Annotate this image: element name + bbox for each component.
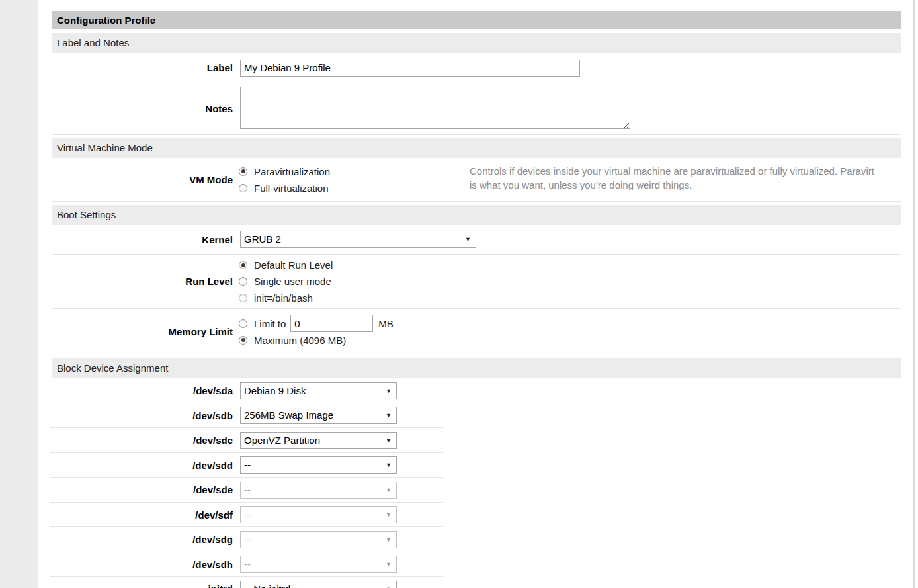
- sdg-select: -- ▼: [240, 531, 397, 548]
- block-device-row-sdc: /dev/sdc OpenVZ Partition ▼: [52, 428, 901, 453]
- section-header-label-and-notes: Label and Notes: [52, 33, 901, 53]
- select-value: --: [244, 459, 251, 470]
- block-device-row-initrd: initrd -- No initrd -- ▼: [52, 577, 901, 588]
- device-label: /dev/sdf: [52, 509, 233, 521]
- block-device-row-sdb: /dev/sdb 256MB Swap Image ▼: [52, 403, 901, 429]
- kernel-select[interactable]: GRUB 2 ▼: [240, 231, 476, 248]
- chevron-down-icon: ▼: [386, 437, 392, 443]
- radio-label[interactable]: Paravirtualization: [254, 166, 330, 177]
- section-header-vm-mode: Virtual Machine Mode: [52, 138, 901, 158]
- memory-limit-input[interactable]: [290, 315, 373, 332]
- sdb-select[interactable]: 256MB Swap Image ▼: [240, 407, 397, 424]
- sde-select: -- ▼: [240, 482, 397, 499]
- block-device-row-sdh: /dev/sdh -- ▼: [52, 552, 901, 577]
- radio-selected-icon[interactable]: [239, 167, 247, 176]
- device-label: /dev/sdb: [52, 410, 233, 421]
- radio-unselected-icon[interactable]: [239, 277, 247, 286]
- kernel-row: Kernel GRUB 2 ▼: [52, 225, 901, 255]
- device-label: /dev/sdh: [52, 559, 233, 570]
- device-label: /dev/sdd: [52, 460, 233, 471]
- radio-label[interactable]: Default Run Level: [254, 259, 333, 271]
- radio-label[interactable]: init=/bin/bash: [254, 292, 313, 304]
- sda-select[interactable]: Debian 9 Disk ▼: [240, 382, 397, 399]
- device-label: /dev/sda: [52, 385, 233, 396]
- memory-limit-option-maximum[interactable]: Maximum (4096 MB): [233, 332, 394, 349]
- kernel-select-value: GRUB 2: [244, 233, 281, 245]
- run-level-label: Run Level: [52, 276, 233, 287]
- select-value: --: [244, 484, 251, 495]
- panel-title: Configuration Profile: [52, 11, 901, 29]
- chevron-down-icon: ▼: [386, 388, 392, 394]
- vm-mode-help-text: Controls if devices inside your virtual …: [470, 164, 878, 192]
- chevron-down-icon: ▼: [386, 413, 392, 419]
- block-device-row-sdg: /dev/sdg -- ▼: [52, 527, 901, 552]
- run-level-option-single-user[interactable]: Single user mode: [233, 273, 333, 290]
- label-input[interactable]: [240, 60, 580, 77]
- select-value: --: [244, 509, 251, 520]
- chevron-down-icon: ▼: [386, 462, 392, 468]
- device-label: /dev/sdg: [52, 534, 233, 545]
- notes-row: Notes: [52, 83, 901, 135]
- run-level-option-default[interactable]: Default Run Level: [233, 257, 333, 273]
- block-device-row-sde: /dev/sde -- ▼: [52, 478, 901, 503]
- radio-unselected-icon[interactable]: [239, 184, 247, 192]
- vm-mode-option-full-virtualization[interactable]: Full-virtualization: [233, 180, 330, 196]
- run-level-row: Run Level Default Run Level Single user …: [52, 255, 901, 309]
- memory-unit-label: MB: [378, 318, 394, 329]
- run-level-option-init-bash[interactable]: init=/bin/bash: [233, 290, 333, 306]
- section-header-block-devices: Block Device Assignment: [52, 358, 901, 378]
- scrollbar-track-edge: [913, 0, 915, 588]
- notes-field-label: Notes: [52, 103, 233, 114]
- select-value: OpenVZ Partition: [244, 435, 320, 446]
- radio-label[interactable]: Maximum (4096 MB): [254, 335, 346, 346]
- radio-unselected-icon[interactable]: [239, 319, 247, 328]
- memory-limit-row: Memory Limit Limit to MB Maximum (4096 M…: [52, 309, 901, 355]
- configuration-profile-panel: Configuration Profile Label and Notes La…: [52, 11, 901, 588]
- page-left-margin: [0, 0, 38, 588]
- select-value: --: [244, 558, 251, 569]
- label-field-label: Label: [52, 62, 233, 73]
- block-device-row-sdd: /dev/sdd -- ▼: [52, 453, 901, 478]
- radio-label[interactable]: Limit to: [254, 318, 286, 329]
- vm-mode-option-paravirtualization[interactable]: Paravirtualization: [233, 163, 330, 180]
- notes-textarea[interactable]: [240, 87, 630, 129]
- select-value: 256MB Swap Image: [244, 409, 333, 421]
- sdf-select: -- ▼: [240, 506, 397, 523]
- device-label: /dev/sde: [52, 484, 233, 495]
- radio-selected-icon[interactable]: [239, 336, 247, 345]
- sdh-select: -- ▼: [240, 556, 397, 573]
- sdc-select[interactable]: OpenVZ Partition ▼: [240, 432, 397, 449]
- chevron-down-icon: ▼: [386, 536, 392, 542]
- label-row: Label: [52, 53, 901, 83]
- device-label: initrd: [52, 583, 233, 588]
- kernel-label: Kernel: [52, 234, 233, 245]
- memory-limit-label: Memory Limit: [52, 326, 233, 337]
- chevron-down-icon: ▼: [386, 562, 392, 567]
- radio-selected-icon[interactable]: [239, 261, 247, 269]
- radio-label[interactable]: Single user mode: [254, 276, 331, 287]
- select-value: Debian 9 Disk: [244, 385, 306, 396]
- chevron-down-icon: ▼: [386, 487, 392, 493]
- chevron-down-icon: ▼: [465, 237, 471, 243]
- radio-unselected-icon[interactable]: [239, 294, 247, 302]
- memory-limit-option-limit[interactable]: Limit to MB: [233, 315, 394, 332]
- initrd-select[interactable]: -- No initrd -- ▼: [240, 581, 397, 588]
- select-value: -- No initrd --: [244, 583, 300, 588]
- vm-mode-row: VM Mode Paravirtualization Full-virtuali…: [52, 158, 901, 202]
- sdd-select[interactable]: -- ▼: [240, 456, 397, 474]
- block-device-row-sda: /dev/sda Debian 9 Disk ▼: [52, 378, 901, 403]
- section-header-boot-settings: Boot Settings: [52, 205, 901, 225]
- chevron-down-icon: ▼: [386, 512, 392, 518]
- radio-label[interactable]: Full-virtualization: [254, 183, 329, 194]
- select-value: --: [244, 534, 251, 545]
- vm-mode-label: VM Mode: [52, 174, 233, 185]
- device-label: /dev/sdc: [52, 435, 233, 446]
- block-device-row-sdf: /dev/sdf -- ▼: [52, 503, 901, 528]
